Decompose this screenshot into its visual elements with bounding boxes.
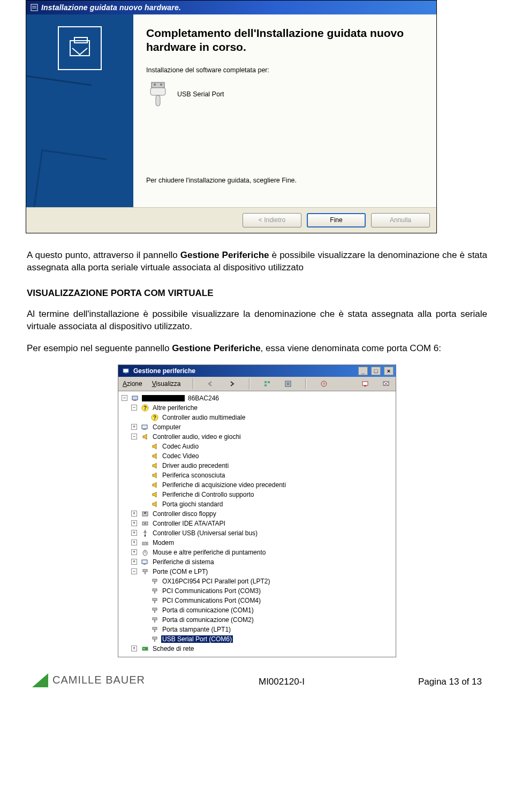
svg-rect-42 <box>153 598 157 601</box>
maximize-button[interactable]: □ <box>371 367 381 375</box>
expand-icon[interactable]: + <box>131 511 137 517</box>
svg-rect-19 <box>132 396 138 400</box>
tool-tree-icon[interactable] <box>262 378 273 389</box>
tree-node[interactable]: PCI Communications Port (COM4) <box>122 596 392 605</box>
back-button[interactable]: < Indietro <box>243 213 301 227</box>
cancel-button[interactable]: Annulla <box>371 213 430 227</box>
expand-icon[interactable]: + <box>131 530 137 536</box>
sound-icon <box>150 471 159 480</box>
sound-icon <box>150 452 159 460</box>
tree-node[interactable]: +Modem <box>122 538 392 548</box>
tree-node[interactable]: Porta giochi standard <box>122 499 392 509</box>
tree-node-label: Controller IDE ATA/ATAPI <box>152 520 226 527</box>
tree-node-label: Porta stampante (LPT1) <box>161 626 232 633</box>
tree-node[interactable]: Codec Video <box>122 451 392 461</box>
tree-node[interactable]: PCI Communications Port (COM3) <box>122 586 392 596</box>
wizard-close-hint: Per chiudere l'installazione guidata, sc… <box>146 177 424 184</box>
usb-icon <box>141 529 149 537</box>
expand-icon[interactable]: + <box>131 646 137 651</box>
root-redacted-prefix <box>142 395 185 401</box>
svg-rect-26 <box>143 429 146 430</box>
computer-icon <box>131 394 140 403</box>
tree-node[interactable]: −?Altre periferiche <box>122 403 392 413</box>
port-icon <box>150 606 159 614</box>
tree-node[interactable]: +Mouse e altre periferiche di puntamento <box>122 548 392 557</box>
tree-node[interactable]: Porta stampante (LPT1) <box>122 625 392 634</box>
toolbar-sep <box>193 378 194 389</box>
tool-uninstall-icon[interactable] <box>380 378 391 389</box>
expand-icon[interactable]: + <box>131 540 137 545</box>
svg-rect-7 <box>156 95 160 106</box>
tree-node[interactable]: −Porte (COM e LPT) <box>122 567 392 576</box>
wizard-heading: Completamento dell'Installazione guidata… <box>146 26 424 55</box>
page-number: Pagina 13 of 13 <box>418 677 482 687</box>
menu-visualizza[interactable]: Visualizza <box>152 380 181 388</box>
expand-icon[interactable]: + <box>131 424 137 430</box>
computer-icon <box>141 423 149 431</box>
port-icon <box>150 625 159 634</box>
sound-icon <box>141 432 149 441</box>
doc-id: MI002120-I <box>259 677 305 687</box>
expand-icon[interactable]: − <box>122 395 127 401</box>
wizard-content: Completamento dell'Installazione guidata… <box>133 14 436 207</box>
device-manager-window: Gestione periferiche _ □ × Azione Visual… <box>118 365 396 657</box>
tree-node[interactable]: ?Controller audio multimediale <box>122 413 392 422</box>
devmgr-menubar: Azione Visualizza ? <box>118 377 396 391</box>
svg-rect-28 <box>144 512 146 514</box>
expand-icon[interactable]: + <box>131 520 137 526</box>
finish-button[interactable]: Fine <box>307 213 366 227</box>
tree-node[interactable]: −Controller audio, video e giochi <box>122 432 392 442</box>
brand-name: CAMILLE BAUER <box>52 674 145 686</box>
tree-node-label: Schede di rete <box>152 645 195 652</box>
tree-node[interactable]: +Controller USB (Universal serial bus) <box>122 528 392 538</box>
wizard-title: Installazione guidata nuovo hardware. <box>41 3 181 12</box>
sound-icon <box>150 490 159 499</box>
minimize-button[interactable]: _ <box>358 367 368 375</box>
wizard-completed-for: Installazione del software completata pe… <box>146 66 424 74</box>
tool-help-icon[interactable]: ? <box>318 378 329 389</box>
devmgr-tree[interactable]: − 86BAC246 −?Altre periferiche?Controlle… <box>118 391 396 657</box>
tree-node[interactable]: +Controller disco floppy <box>122 509 392 519</box>
tree-node[interactable]: Porta di comunicazione (COM1) <box>122 605 392 615</box>
tree-node-label: Porte (COM e LPT) <box>152 568 209 575</box>
tree-node-label: Controller audio, video e giochi <box>152 433 242 441</box>
tree-node[interactable]: OX16PCI954 PCI Parallel port (LPT2) <box>122 576 392 586</box>
collapse-icon[interactable]: − <box>131 568 137 574</box>
port-icon <box>150 635 159 643</box>
brand-logo: CAMILLE BAUER <box>32 673 145 687</box>
port-icon <box>150 596 159 605</box>
expand-icon[interactable]: + <box>131 559 137 565</box>
tree-node[interactable]: +Periferiche di sistema <box>122 557 392 567</box>
tree-node[interactable]: +Controller IDE ATA/ATAPI <box>122 519 392 528</box>
tree-node[interactable]: Codec Audio <box>122 442 392 451</box>
tree-node[interactable]: Periferica sconosciuta <box>122 470 392 480</box>
menu-azione[interactable]: Azione <box>123 380 142 388</box>
tree-node[interactable]: Porta di comunicazione (COM2) <box>122 615 392 625</box>
port-icon <box>150 577 159 586</box>
tree-node-label: Codec Audio <box>161 443 200 450</box>
nav-back-icon[interactable] <box>206 378 217 389</box>
svg-rect-38 <box>143 564 146 565</box>
nav-forward-icon[interactable] <box>226 378 237 389</box>
collapse-icon[interactable]: − <box>131 405 137 411</box>
question-icon: ? <box>150 413 159 422</box>
tree-node[interactable]: +Computer <box>122 422 392 432</box>
devmgr-title-icon <box>122 367 130 375</box>
tree-node-label: Periferica sconosciuta <box>161 472 226 479</box>
wizard-side-icon <box>58 26 102 70</box>
tree-root[interactable]: − 86BAC246 <box>122 393 392 403</box>
tree-node[interactable]: Periferiche di acquisizione video preced… <box>122 480 392 490</box>
svg-rect-41 <box>153 589 157 591</box>
tool-monitor-icon[interactable] <box>360 378 371 389</box>
tree-node[interactable]: USB Serial Port (COM6) <box>122 634 392 644</box>
svg-rect-25 <box>142 425 147 429</box>
page-footer: CAMILLE BAUER MI002120-I Pagina 13 of 13 <box>27 673 487 687</box>
svg-point-33 <box>143 543 145 544</box>
collapse-icon[interactable]: − <box>131 434 137 439</box>
close-button[interactable]: × <box>384 367 394 375</box>
tree-node[interactable]: +Schede di rete <box>122 644 392 654</box>
tree-node[interactable]: Periferiche di Controllo supporto <box>122 490 392 499</box>
tree-node[interactable]: Driver audio precedenti <box>122 461 392 470</box>
expand-icon[interactable]: + <box>131 549 137 555</box>
tool-properties-icon[interactable] <box>283 378 294 389</box>
